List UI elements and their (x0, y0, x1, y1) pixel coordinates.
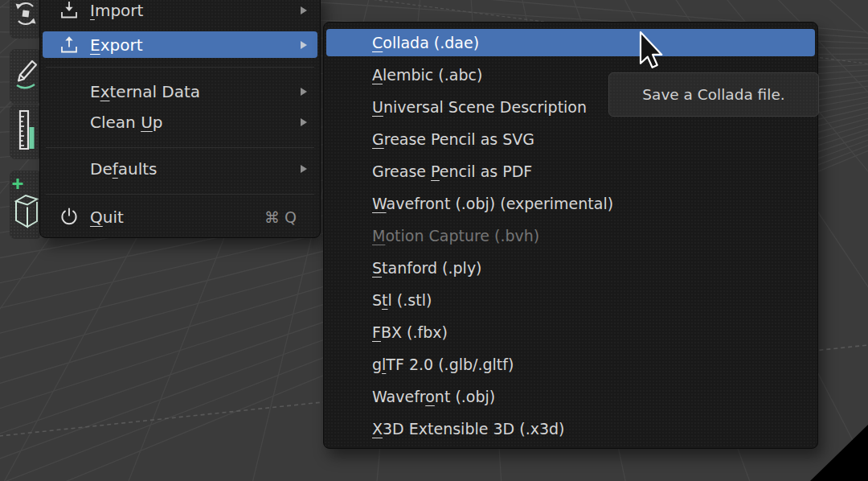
menu-item-label: Defaults (90, 159, 158, 179)
blender-window: ImportExportExternal DataClean UpDefault… (0, 0, 868, 481)
menu-item-export[interactable]: Export (43, 31, 317, 58)
menu-item-x3d-extensible-3d-x3d[interactable]: X3D Extensible 3D (.x3d) (326, 415, 815, 442)
add-cube-tool-button[interactable] (10, 171, 42, 239)
menu-item-stl-stl[interactable]: Stl (.stl) (326, 286, 815, 314)
menu-item-label: Wavefront (.obj) (372, 388, 495, 405)
annotate-icon (11, 56, 40, 97)
menu-item-label: Grease Pencil as SVG (372, 130, 534, 148)
menu-item-label: Import (90, 1, 143, 20)
menu-item-label: Collada (.dae) (372, 34, 479, 51)
menu-item-external-data[interactable]: External Data (43, 78, 317, 105)
menu-item-grease-pencil-as-svg[interactable]: Grease Pencil as SVG (326, 125, 815, 153)
menu-separator (46, 147, 314, 148)
menu-item-grease-pencil-as-pdf[interactable]: Grease Pencil as PDF (326, 158, 815, 185)
submenu-arrow-icon (301, 6, 307, 14)
menu-item-import[interactable]: Import (43, 0, 317, 23)
menu-item-collada-dae[interactable]: Collada (.dae) (326, 29, 815, 56)
menu-item-wavefront-obj-experimental[interactable]: Wavefront (.obj) (experimental) (326, 190, 815, 217)
menu-item-label: FBX (.fbx) (372, 323, 448, 341)
menu-item-quit[interactable]: Quit⌘ Q (43, 204, 317, 230)
menu-item-label: External Data (90, 82, 200, 101)
menu-item-label: Stl (.stl) (372, 291, 432, 309)
menu-item-shortcut: ⌘ Q (264, 208, 297, 226)
menu-item-wavefront-obj[interactable]: Wavefront (.obj) (326, 383, 815, 410)
submenu-arrow-icon (301, 118, 307, 126)
orbit-icon (12, 0, 39, 31)
menu-item-clean-up[interactable]: Clean Up (43, 109, 317, 135)
submenu-arrow-icon (301, 41, 307, 49)
import-icon (58, 0, 80, 22)
menu-item-label: Universal Scene Description (372, 98, 587, 116)
menu-separator (46, 194, 314, 195)
menu-item-label: glTF 2.0 (.glb/.gltf) (372, 356, 514, 373)
menu-item-defaults[interactable]: Defaults (43, 155, 317, 182)
measure-tool-button[interactable] (10, 105, 42, 159)
menu-item-stanford-ply[interactable]: Stanford (.ply) (326, 254, 815, 282)
menu-item-label: Wavefront (.obj) (experimental) (372, 195, 613, 212)
power-icon (58, 206, 80, 228)
menu-item-fbx-fbx[interactable]: FBX (.fbx) (326, 319, 815, 346)
submenu-arrow-icon (301, 165, 307, 173)
orbit-tool-button[interactable] (10, 0, 42, 39)
menu-item-label: Quit (90, 208, 124, 227)
menu-item-motion-capture-bvh: Motion Capture (.bvh) (326, 222, 815, 249)
tooltip-text: Save a Collada file. (642, 86, 784, 103)
menu-item-gltf-2-0-glb-gltf[interactable]: glTF 2.0 (.glb/.gltf) (326, 351, 815, 378)
menu-separator (46, 67, 314, 68)
menu-item-label: Grease Pencil as PDF (372, 162, 532, 180)
export-icon (58, 34, 80, 56)
annotate-tool-button[interactable] (10, 49, 42, 104)
file-menu: ImportExportExternal DataClean UpDefault… (39, 0, 321, 238)
menu-item-label: Export (90, 35, 142, 55)
menu-item-label: X3D Extensible 3D (.x3d) (372, 420, 564, 438)
menu-item-label: Motion Capture (.bvh) (372, 227, 539, 245)
menu-item-label: Alembic (.abc) (372, 66, 482, 84)
menu-item-label: Stanford (.ply) (372, 259, 482, 277)
submenu-arrow-icon (301, 88, 307, 96)
menu-item-label: Clean Up (90, 113, 162, 132)
tooltip: Save a Collada file. (608, 72, 819, 117)
add-cube-icon (10, 175, 41, 235)
measure-icon (14, 108, 38, 156)
